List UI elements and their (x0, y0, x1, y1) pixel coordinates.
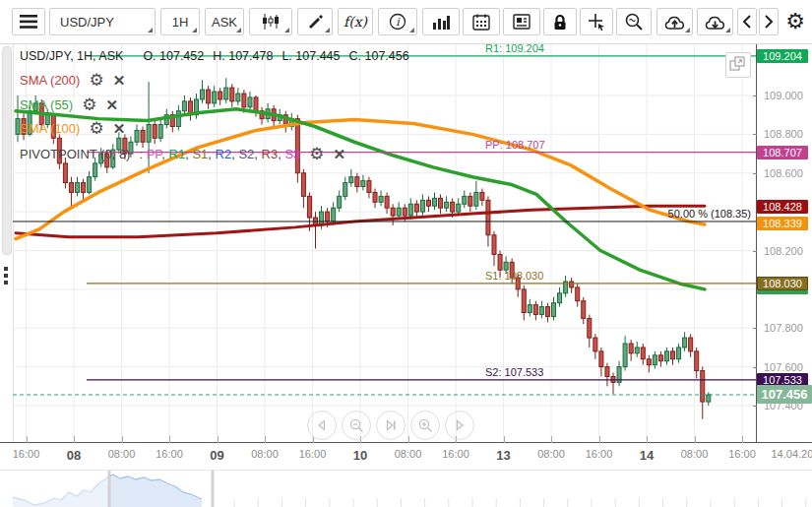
go-to-latest-button[interactable] (376, 411, 406, 440)
dropdown-caret (725, 28, 730, 32)
navigator-minichart (0, 471, 812, 507)
volume-button[interactable] (422, 8, 460, 35)
info-button[interactable]: i (378, 8, 417, 35)
step-forward-button[interactable] (445, 411, 474, 440)
time-tick-label: 14 (640, 448, 654, 463)
time-tick-label: 08:00 (108, 448, 136, 460)
price-type-select[interactable]: ASK (205, 8, 244, 35)
scroll-left-button[interactable] (737, 8, 757, 35)
volume-bars-icon (432, 14, 450, 30)
toolbar: USD/JPY 1H ASK f(x) i (0, 0, 812, 44)
indicator-remove-icon[interactable]: ✕ (334, 148, 346, 161)
zoom-in-button[interactable] (410, 411, 440, 440)
indicator-settings-gear-icon[interactable]: ⚙ (82, 98, 96, 112)
time-tick-label: 08:00 (681, 448, 709, 460)
indicator-remove-icon[interactable]: ✕ (113, 74, 126, 88)
draw-tools-button[interactable] (297, 8, 333, 35)
timeframe-select[interactable]: 1H (160, 8, 200, 35)
zoom-in-icon (418, 418, 433, 433)
time-tick-label: 08:00 (251, 448, 279, 460)
navigator-unselected-mask (13, 471, 109, 507)
zoom-icon (625, 13, 643, 31)
dropdown-caret (236, 28, 241, 32)
left-scrollbar[interactable] (2, 46, 12, 255)
dropdown-caret (148, 28, 153, 32)
load-layout-button[interactable] (697, 8, 733, 35)
calendar-button[interactable] (463, 8, 500, 35)
dropdown-caret (409, 28, 414, 32)
dropdown-caret (192, 28, 197, 32)
chevron-right-icon (764, 15, 774, 29)
navigator-left-handle[interactable] (108, 471, 111, 507)
gear-icon: ⚙ (785, 9, 805, 34)
candlestick-chart: 50.00 % (108.35)R1: 109.204PP: 108.707S1… (13, 44, 756, 442)
price-badge: 108.707 (757, 146, 808, 159)
price-badge: 108.030 (757, 277, 808, 290)
price-axis[interactable]: 109.000108.800108.600108.200107.800107.6… (756, 44, 812, 442)
indicator-settings-gear-icon[interactable]: ⚙ (89, 74, 103, 88)
indicator-remove-icon[interactable]: ✕ (105, 98, 118, 112)
dropdown-caret (685, 28, 690, 32)
price-badge: 108.428 (757, 200, 808, 214)
price-tick-label: 108.200 (764, 245, 803, 257)
scroll-right-button[interactable] (759, 8, 779, 35)
price-badge: 108.339 (757, 217, 808, 230)
crosshair-button[interactable] (580, 8, 613, 35)
lock-button[interactable] (543, 8, 577, 35)
chart-type-button[interactable] (249, 8, 292, 35)
price-badge: 109.204 (757, 49, 808, 63)
splitter-handle-icon (4, 267, 8, 287)
time-tick-label: 08:00 (537, 448, 565, 460)
cloud-download-icon (705, 14, 725, 31)
popout-icon (726, 53, 748, 75)
zoom-out-button[interactable] (342, 411, 371, 440)
navigator-right-handle[interactable] (212, 471, 215, 507)
svg-text:i: i (396, 16, 401, 29)
menu-button[interactable] (12, 8, 45, 35)
zoom-tool-button[interactable] (616, 8, 652, 35)
cloud-upload-icon (664, 14, 685, 31)
time-tick-label: 10 (353, 448, 367, 463)
step-back-icon (315, 418, 329, 432)
news-button[interactable] (503, 8, 540, 35)
dropdown-caret (284, 28, 289, 32)
sma-price-marker (757, 290, 808, 294)
chart-plot-area[interactable]: 50.00 % (108.35)R1: 109.204PP: 108.707S1… (13, 44, 756, 442)
step-back-button[interactable] (307, 411, 337, 440)
function-icon: f(x) (344, 14, 367, 30)
news-icon (513, 14, 531, 30)
popout-button[interactable] (725, 52, 751, 78)
save-layout-button[interactable] (656, 8, 693, 35)
settings-button[interactable]: ⚙ (781, 8, 809, 35)
price-tick-label: 108.600 (764, 167, 803, 179)
step-forward-icon (453, 418, 467, 432)
go-to-latest-icon (384, 418, 398, 432)
chart-nav-buttons (307, 411, 474, 440)
symbol-select[interactable]: USD/JPY (49, 8, 156, 35)
symbol-label: USD/JPY (60, 15, 114, 30)
zoom-out-icon (349, 418, 364, 433)
draw-icon (307, 14, 323, 30)
left-panel-splitter[interactable] (0, 44, 14, 507)
time-tick-label: 16:00 (156, 448, 183, 460)
indicator-remove-icon[interactable]: ✕ (113, 122, 126, 136)
time-tick-label: 14.04.2020 (771, 448, 812, 460)
dropdown-caret (325, 28, 330, 32)
indicator-settings-gear-icon[interactable]: ⚙ (89, 122, 103, 136)
indicator-settings-gear-icon[interactable]: ⚙ (309, 148, 324, 161)
crosshair-icon (589, 14, 605, 31)
pivot-line-label: S2: 107.533 (485, 366, 543, 378)
price-tick-label: 107.800 (764, 322, 803, 334)
price-type-label: ASK (212, 15, 237, 30)
pivot-line-label: R1: 109.204 (485, 44, 544, 54)
time-tick-label: 16:00 (728, 448, 756, 460)
time-tick-label: 16:00 (13, 448, 40, 460)
price-tick-label: 109.000 (764, 90, 803, 101)
function-button[interactable]: f(x) (338, 8, 373, 35)
time-tick-label: 09 (210, 448, 223, 463)
range-navigator[interactable] (0, 470, 812, 507)
calendar-icon (472, 14, 490, 31)
time-tick-label: 13 (496, 448, 510, 463)
time-axis[interactable]: 16:000808:0016:000908:0016:001008:0016:0… (0, 442, 812, 471)
timeframe-label: 1H (172, 15, 189, 30)
